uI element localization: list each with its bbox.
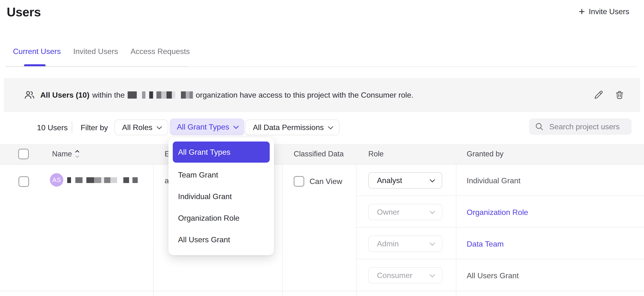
- invite-users-button[interactable]: + Invite Users: [579, 7, 629, 16]
- can-view-label: Can View: [310, 177, 342, 186]
- granted-by-organization-role-link[interactable]: Organization Role: [467, 208, 528, 217]
- role-value: Consumer: [377, 271, 412, 280]
- user-row-divider: [0, 291, 644, 291]
- users-page: Users + Invite Users Current Users Invit…: [0, 0, 644, 296]
- dropdown-item-all-users-grant[interactable]: All Users Grant: [173, 229, 270, 250]
- dropdown-item-label: Organization Role: [178, 214, 240, 222]
- edit-banner-button[interactable]: [593, 90, 604, 100]
- role-header-label: Role: [368, 150, 384, 158]
- dropdown-item-label: Team Grant: [178, 170, 218, 180]
- chevron-down-icon: [430, 177, 435, 182]
- dropdown-item-label: All Grant Types: [178, 148, 230, 157]
- dropdown-item-label: All Users Grant: [178, 235, 230, 244]
- banner-text-before-org: within the: [92, 91, 125, 100]
- filter-divider: [72, 121, 72, 133]
- search-input[interactable]: [549, 122, 644, 131]
- classified-data-header-label: Classified Data: [294, 150, 344, 158]
- dropdown-item-individual-grant[interactable]: Individual Grant: [173, 186, 270, 207]
- column-header-classified-data: Classified Data: [294, 144, 344, 164]
- tab-invited-users[interactable]: Invited Users: [73, 47, 118, 56]
- select-all-checkbox[interactable]: [18, 149, 29, 159]
- granted-by-header-label: Granted by: [467, 150, 504, 158]
- banner-text-after-org: organization have access to this project…: [196, 91, 414, 100]
- all-users-banner: All Users (10) within the organization h…: [4, 78, 640, 112]
- column-divider: [356, 164, 356, 296]
- avatar: AS: [50, 173, 63, 186]
- granted-by-all-users-grant: All Users Grant: [467, 271, 519, 280]
- role-select-analyst[interactable]: Analyst: [368, 172, 442, 188]
- redacted-user-name: [67, 177, 138, 183]
- plus-icon: +: [579, 7, 585, 16]
- chevron-down-icon: [234, 124, 239, 129]
- grant-row-divider: [356, 227, 644, 228]
- tabs-divider-left: [6, 66, 187, 67]
- role-value: Owner: [377, 208, 400, 216]
- granted-by-individual-grant: Individual Grant: [467, 176, 520, 185]
- all-roles-filter[interactable]: All Roles: [114, 120, 168, 135]
- name-header-label: Name: [52, 150, 72, 158]
- chevron-down-icon: [328, 124, 334, 130]
- dropdown-item-organization-role[interactable]: Organization Role: [173, 207, 270, 229]
- all-data-permissions-label: All Data Permissions: [253, 123, 324, 132]
- trash-icon: [614, 90, 625, 100]
- dropdown-item-team-grant[interactable]: Team Grant: [173, 164, 270, 186]
- all-grant-types-label: All Grant Types: [177, 122, 229, 132]
- granted-by-data-team-link[interactable]: Data Team: [467, 240, 504, 248]
- search-project-users: [529, 118, 632, 135]
- sort-icon: [76, 151, 79, 157]
- all-roles-label: All Roles: [122, 123, 152, 132]
- all-grant-types-filter[interactable]: All Grant Types: [170, 118, 244, 135]
- grant-row-divider: [356, 259, 644, 259]
- role-value: Admin: [377, 240, 399, 248]
- user-count-label: 10 Users: [37, 123, 68, 132]
- grant-types-dropdown-menu: All Grant Types Team Grant Individual Gr…: [168, 137, 274, 255]
- column-header-role: Role: [368, 144, 384, 164]
- chevron-down-icon: [430, 272, 435, 278]
- grant-row-divider: [356, 196, 644, 196]
- role-select-consumer[interactable]: Consumer: [368, 267, 442, 284]
- table-header: Name Email Classified Data Role Granted …: [0, 144, 644, 164]
- page-title: Users: [7, 5, 41, 19]
- dropdown-item-label: Individual Grant: [178, 192, 232, 201]
- delete-banner-button[interactable]: [614, 90, 625, 100]
- all-data-permissions-filter[interactable]: All Data Permissions: [245, 120, 340, 135]
- tab-access-requests[interactable]: Access Requests: [130, 47, 190, 56]
- chevron-down-icon: [430, 209, 435, 214]
- can-view-checkbox[interactable]: [294, 176, 304, 186]
- chevron-down-icon: [157, 124, 162, 130]
- column-header-granted-by: Granted by: [467, 144, 504, 164]
- tab-current-users[interactable]: Current Users: [13, 47, 61, 56]
- role-select-owner[interactable]: Owner: [368, 204, 442, 220]
- column-divider: [282, 164, 283, 296]
- invite-users-label: Invite Users: [589, 7, 629, 16]
- column-divider: [153, 164, 154, 296]
- users-icon: [24, 90, 35, 100]
- tab-bar: Current Users Invited Users Access Reque…: [13, 47, 190, 56]
- column-divider: [456, 164, 456, 296]
- chevron-down-icon: [430, 240, 435, 246]
- dropdown-item-all-grant-types[interactable]: All Grant Types: [173, 142, 270, 163]
- filter-by-label: Filter by: [80, 123, 108, 132]
- column-header-name[interactable]: Name: [52, 144, 79, 164]
- role-value: Analyst: [377, 176, 402, 185]
- row-checkbox[interactable]: [18, 176, 29, 187]
- search-icon: [535, 122, 544, 131]
- redacted-org-name: [128, 92, 193, 98]
- banner-bold-text: All Users (10): [40, 91, 90, 100]
- role-select-admin[interactable]: Admin: [368, 236, 442, 252]
- edit-icon: [593, 90, 604, 100]
